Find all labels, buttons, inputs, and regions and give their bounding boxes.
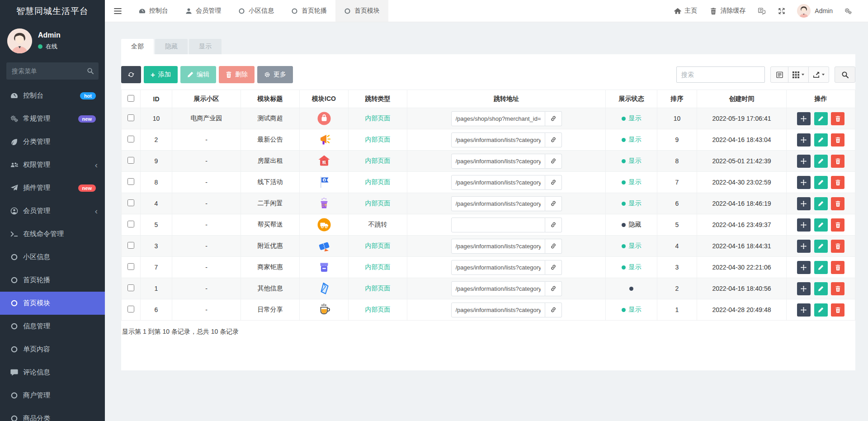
add-button[interactable]: +添加 xyxy=(144,66,178,83)
row-delete-button[interactable] xyxy=(831,240,844,253)
row-delete-button[interactable] xyxy=(831,282,844,295)
row-edit-button[interactable] xyxy=(814,303,828,317)
row-checkbox[interactable] xyxy=(127,221,134,227)
open-link-button[interactable] xyxy=(545,154,562,169)
row-checkbox[interactable] xyxy=(127,114,134,121)
row-edit-button[interactable] xyxy=(814,176,828,189)
status-badge[interactable]: 显示 xyxy=(622,178,642,186)
filter-tab[interactable]: 全部 xyxy=(121,39,154,54)
table-search-input[interactable] xyxy=(676,66,765,83)
drag-sort-button[interactable] xyxy=(797,155,811,168)
url-input[interactable] xyxy=(451,196,545,211)
url-input[interactable] xyxy=(451,260,545,275)
status-badge[interactable]: 显示 xyxy=(622,199,642,208)
sidebar-item[interactable]: 小区信息 xyxy=(0,246,105,269)
status-badge[interactable] xyxy=(629,287,633,291)
detail-view-button[interactable] xyxy=(770,66,788,83)
clear-cache-button[interactable]: 清除缓存 xyxy=(703,0,752,22)
open-link-button[interactable] xyxy=(545,196,562,211)
column-header[interactable]: ID xyxy=(141,90,172,108)
row-checkbox[interactable] xyxy=(127,242,134,249)
status-badge[interactable]: 隐藏 xyxy=(622,221,642,229)
drag-sort-button[interactable] xyxy=(797,218,811,232)
row-edit-button[interactable] xyxy=(814,155,828,168)
table-row[interactable]: 6 - 日常分享 内部页面 xyxy=(122,299,855,321)
drag-sort-button[interactable] xyxy=(797,303,811,317)
delete-button[interactable]: 删除 xyxy=(219,66,255,83)
open-link-button[interactable] xyxy=(545,260,562,275)
row-checkbox[interactable] xyxy=(127,263,134,270)
edit-button[interactable]: 编辑 xyxy=(180,66,216,83)
topnav-tab[interactable]: 控制台 xyxy=(130,0,177,22)
table-row[interactable]: 7 - 商家钜惠 内部页面 xyxy=(122,257,855,278)
row-edit-button[interactable] xyxy=(814,218,828,232)
topnav-tab[interactable]: 会员管理 xyxy=(177,0,230,22)
drag-sort-button[interactable] xyxy=(797,282,811,295)
topnav-tab[interactable]: 小区信息 xyxy=(230,0,283,22)
column-header[interactable]: 操作 xyxy=(787,90,855,108)
row-delete-button[interactable] xyxy=(831,303,844,317)
open-link-button[interactable] xyxy=(545,281,562,296)
sidebar-item[interactable]: 评论信息 xyxy=(0,361,105,384)
url-input[interactable] xyxy=(451,154,545,169)
column-header[interactable]: 创建时间 xyxy=(697,90,787,108)
sidebar-item[interactable]: 会员管理 ‹ xyxy=(0,199,105,222)
table-row[interactable]: 2 - 最新公告 内部页面 xyxy=(122,129,855,151)
url-input[interactable] xyxy=(451,175,545,190)
user-menu[interactable]: Admin xyxy=(792,4,838,18)
table-row[interactable]: 10 电商产业园 测试商超 内部页面 xyxy=(122,108,855,129)
status-badge[interactable]: 显示 xyxy=(622,114,642,123)
search-toggle-button[interactable] xyxy=(835,66,855,83)
settings-button[interactable] xyxy=(838,0,858,22)
row-delete-button[interactable] xyxy=(831,176,844,189)
table-row[interactable]: 3 - 附近优惠 内部页面 xyxy=(122,236,855,257)
sidebar-toggle-button[interactable] xyxy=(105,0,130,22)
url-input[interactable] xyxy=(451,111,545,126)
row-delete-button[interactable] xyxy=(831,133,844,147)
drag-sort-button[interactable] xyxy=(797,133,811,147)
open-link-button[interactable] xyxy=(545,175,562,190)
row-checkbox[interactable] xyxy=(127,199,134,206)
drag-sort-button[interactable] xyxy=(797,176,811,189)
sidebar-item[interactable]: 首页模块 xyxy=(0,292,105,315)
open-link-button[interactable] xyxy=(545,239,562,254)
drag-sort-button[interactable] xyxy=(797,261,811,274)
column-header[interactable]: 跳转地址 xyxy=(407,90,606,108)
row-delete-button[interactable] xyxy=(831,218,844,232)
sidebar-item[interactable]: 权限管理 ‹ xyxy=(0,153,105,176)
sidebar-item[interactable]: 商品分类 xyxy=(0,407,105,421)
status-badge[interactable]: 显示 xyxy=(622,136,642,144)
row-delete-button[interactable] xyxy=(831,112,844,125)
select-all-checkbox[interactable] xyxy=(127,95,134,102)
row-checkbox[interactable] xyxy=(127,157,134,164)
column-header[interactable]: 模块标题 xyxy=(241,90,300,108)
row-edit-button[interactable] xyxy=(814,282,828,295)
open-link-button[interactable] xyxy=(545,218,562,232)
row-checkbox[interactable] xyxy=(127,284,134,291)
sidebar-item[interactable]: 插件管理 new xyxy=(0,176,105,199)
menu-search-input[interactable] xyxy=(6,62,99,80)
row-edit-button[interactable] xyxy=(814,240,828,253)
open-link-button[interactable] xyxy=(545,111,562,126)
table-row[interactable]: 8 - 线下活动 ¥ 内部页面 xyxy=(122,172,855,193)
sidebar-item[interactable]: 在线命令管理 xyxy=(0,222,105,246)
refresh-button[interactable] xyxy=(121,66,141,83)
row-checkbox[interactable] xyxy=(127,136,134,142)
table-row[interactable]: 4 - 二手闲置 二手 内部页面 xyxy=(122,193,855,214)
url-input[interactable] xyxy=(451,239,545,254)
drag-sort-button[interactable] xyxy=(797,197,811,210)
column-header[interactable]: 展示状态 xyxy=(606,90,657,108)
home-link[interactable]: 主页 xyxy=(668,0,703,22)
row-delete-button[interactable] xyxy=(831,155,844,168)
sidebar-item[interactable]: 常规管理 new xyxy=(0,107,105,130)
url-input[interactable] xyxy=(451,132,545,147)
open-link-button[interactable] xyxy=(545,303,562,317)
drag-sort-button[interactable] xyxy=(797,240,811,253)
topnav-tab[interactable]: 首页模块 xyxy=(335,0,388,22)
status-badge[interactable]: 显示 xyxy=(622,157,642,165)
url-input[interactable] xyxy=(451,218,545,232)
status-badge[interactable]: 显示 xyxy=(622,242,642,250)
row-edit-button[interactable] xyxy=(814,112,828,125)
fullscreen-button[interactable] xyxy=(772,0,792,22)
sidebar-item[interactable]: 首页轮播 xyxy=(0,269,105,292)
